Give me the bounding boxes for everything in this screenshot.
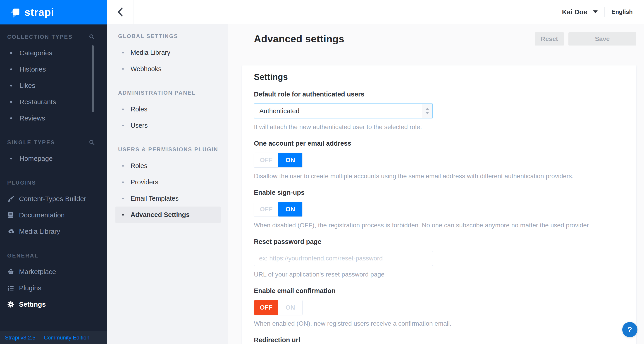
section-single-types: SINGLE TYPES Homepage bbox=[7, 139, 107, 167]
sidebar-scrollbar-thumb[interactable] bbox=[92, 45, 94, 112]
sidebar-item-label: Likes bbox=[20, 82, 35, 90]
select-value: Authenticated bbox=[254, 107, 299, 115]
select-spinner-icon[interactable] bbox=[422, 104, 432, 118]
app-root: strapi COLLECTION TYPES Categories bbox=[0, 0, 644, 344]
field-helper: When disabled (OFF), the registration pr… bbox=[254, 222, 624, 229]
settings-nav-item-webhooks[interactable]: Webhooks bbox=[116, 61, 221, 77]
toggle-on-button[interactable]: ON bbox=[278, 153, 302, 167]
field-reset-password-page: Reset password page URL of your applicat… bbox=[254, 238, 624, 278]
email-confirmation-toggle[interactable]: OFF ON bbox=[254, 300, 302, 315]
one-account-toggle[interactable]: OFF ON bbox=[254, 153, 302, 168]
sidebar-item-marketplace[interactable]: Marketplace bbox=[7, 264, 107, 280]
field-default-role: Default role for authenticated users Aut… bbox=[254, 91, 624, 131]
field-label: One account per email address bbox=[254, 140, 624, 147]
field-one-account-per-email: One account per email address OFF ON Dis… bbox=[254, 140, 624, 180]
field-label: Default role for authenticated users bbox=[254, 91, 624, 98]
reset-button[interactable]: Reset bbox=[535, 32, 564, 46]
sidebar-item-documentation[interactable]: Documentation bbox=[7, 207, 107, 223]
section-title: SINGLE TYPES bbox=[7, 139, 55, 146]
topbar-divider bbox=[604, 7, 605, 17]
bullet-icon bbox=[122, 198, 124, 199]
bullet-icon bbox=[10, 68, 12, 70]
section-title: PLUGINS bbox=[7, 180, 36, 186]
save-button[interactable]: Save bbox=[568, 32, 636, 46]
primary-nav: COLLECTION TYPES Categories Histories bbox=[0, 25, 107, 312]
sidebar-item-label: Media Library bbox=[19, 228, 60, 235]
bullet-icon bbox=[122, 68, 124, 70]
back-button[interactable] bbox=[107, 0, 134, 24]
sidebar-item-label: Reviews bbox=[20, 114, 45, 122]
toggle-off-button[interactable]: OFF bbox=[254, 153, 278, 167]
reset-password-page-input[interactable] bbox=[254, 251, 433, 266]
sidebar-item-label: Homepage bbox=[20, 155, 53, 162]
bullet-icon bbox=[122, 214, 124, 216]
settings-nav-item-email-templates[interactable]: Email Templates bbox=[116, 190, 221, 207]
brand-name: strapi bbox=[24, 6, 54, 18]
main-content: Advanced settings Reset Save Settings De… bbox=[228, 24, 644, 344]
gear-icon bbox=[7, 300, 15, 308]
section-plugins: PLUGINS Content-Types Builder bbox=[7, 179, 107, 240]
page-title: Advanced settings bbox=[254, 33, 344, 45]
help-button[interactable]: ? bbox=[622, 322, 638, 337]
toggle-off-button[interactable]: OFF bbox=[254, 300, 278, 315]
version-link[interactable]: Strapi v3.2.5 — Community Edition bbox=[5, 334, 90, 341]
bullet-icon bbox=[10, 117, 12, 119]
primary-sidebar: strapi COLLECTION TYPES Categories bbox=[0, 0, 107, 344]
enable-signups-toggle[interactable]: OFF ON bbox=[254, 202, 302, 217]
field-enable-email-confirmation: Enable email confirmation OFF ON When en… bbox=[254, 287, 624, 327]
settings-nav-label: Email Templates bbox=[130, 195, 178, 202]
settings-nav-item-up-roles[interactable]: Roles bbox=[116, 158, 221, 174]
right-column: Kai Doe English GLOBAL SETTINGS Media Li… bbox=[107, 0, 644, 344]
bullet-icon bbox=[122, 181, 124, 183]
search-icon[interactable] bbox=[89, 34, 95, 40]
user-menu[interactable]: Kai Doe English bbox=[562, 0, 644, 24]
bullet-icon bbox=[10, 85, 12, 87]
sidebar-item-reviews[interactable]: Reviews bbox=[7, 110, 107, 126]
settings-nav-item-advanced-settings[interactable]: Advanced Settings bbox=[116, 207, 221, 223]
bullet-icon bbox=[10, 52, 12, 54]
settings-nav-label: Roles bbox=[130, 162, 147, 170]
bullet-icon bbox=[122, 125, 124, 126]
basket-icon bbox=[7, 268, 15, 276]
settings-nav-item-admin-users[interactable]: Users bbox=[116, 117, 221, 134]
sidebar-footer: Strapi v3.2.5 — Community Edition bbox=[0, 331, 107, 344]
settings-nav-label: Roles bbox=[130, 106, 147, 113]
toggle-on-button[interactable]: ON bbox=[278, 202, 302, 216]
field-helper: Disallow the user to create multiple acc… bbox=[254, 173, 624, 180]
sidebar-item-plugins[interactable]: Plugins bbox=[7, 280, 107, 296]
section-global-settings: GLOBAL SETTINGS Media Library Webhooks bbox=[116, 33, 221, 77]
sidebar-item-label: Categories bbox=[20, 49, 52, 57]
section-title: GENERAL bbox=[7, 252, 38, 259]
bullet-icon bbox=[122, 52, 124, 54]
chevron-down-icon bbox=[593, 11, 598, 13]
sidebar-item-homepage[interactable]: Homepage bbox=[7, 150, 107, 167]
bullet-icon bbox=[10, 158, 12, 159]
field-label: Redirection url bbox=[254, 336, 624, 344]
settings-card: Settings Default role for authenticated … bbox=[242, 66, 636, 344]
field-redirection-url: Redirection url bbox=[254, 336, 624, 344]
field-label: Enable email confirmation bbox=[254, 287, 624, 295]
section-users-permissions-plugin: USERS & PERMISSIONS PLUGIN Roles Provide… bbox=[116, 146, 221, 223]
section-title: COLLECTION TYPES bbox=[7, 34, 73, 40]
sidebar-item-label: Restaurants bbox=[20, 98, 56, 106]
settings-nav-item-admin-roles[interactable]: Roles bbox=[116, 101, 221, 117]
strapi-logo[interactable]: strapi bbox=[0, 0, 107, 25]
sidebar-item-settings[interactable]: Settings bbox=[7, 296, 107, 312]
toggle-off-button[interactable]: OFF bbox=[254, 202, 278, 216]
language-selector[interactable]: English bbox=[612, 8, 633, 16]
search-icon[interactable] bbox=[89, 139, 95, 146]
sidebar-item-content-types-builder[interactable]: Content-Types Builder bbox=[7, 191, 107, 207]
sidebar-item-label: Plugins bbox=[19, 284, 41, 292]
toggle-on-button[interactable]: ON bbox=[278, 300, 302, 315]
list-icon bbox=[7, 284, 15, 292]
chevron-left-icon bbox=[117, 7, 123, 17]
settings-nav-item-media-library[interactable]: Media Library bbox=[116, 44, 221, 61]
settings-nav-item-providers[interactable]: Providers bbox=[116, 174, 221, 190]
default-role-select[interactable]: Authenticated bbox=[254, 104, 433, 118]
sidebar-item-media-library[interactable]: Media Library bbox=[7, 223, 107, 240]
sidebar-item-label: Content-Types Builder bbox=[19, 195, 86, 203]
paintbrush-icon bbox=[7, 195, 15, 203]
cloud-upload-icon bbox=[7, 228, 15, 235]
sidebar-item-label: Marketplace bbox=[19, 268, 56, 276]
settings-nav-label: Webhooks bbox=[130, 65, 162, 73]
